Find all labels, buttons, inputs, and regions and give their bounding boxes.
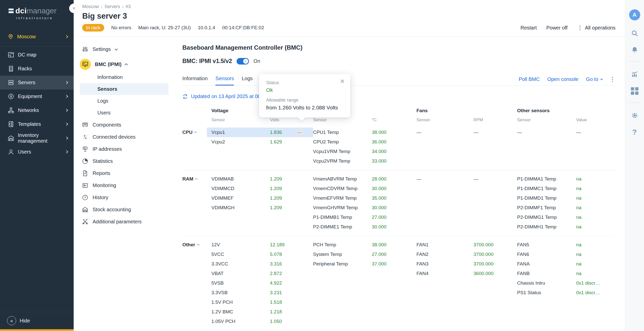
sensor-name-cell[interactable]: Vcpu2 (211, 137, 270, 147)
restart-button[interactable]: Restart (520, 25, 537, 31)
bmc-toggle[interactable]: ✓ (237, 58, 249, 65)
search-icon[interactable] (631, 29, 638, 37)
sensor-name-cell[interactable]: VDIMMAB (211, 174, 270, 184)
tab-information[interactable]: Information (182, 76, 208, 85)
location-selector[interactable]: Moscow (0, 31, 74, 42)
help-icon[interactable]: ? (631, 128, 638, 136)
sensor-name-cell[interactable]: FAN1 (416, 240, 473, 250)
sensor-name-cell[interactable]: P1-DIMMD1 Temp (517, 193, 576, 203)
tab-logs[interactable]: Logs (242, 76, 253, 85)
updated-link[interactable]: Updated on 13 April 2025 at 00:5 (182, 94, 265, 99)
settings-gear-icon[interactable] (631, 112, 638, 119)
subnav-bmc-users[interactable]: Users (74, 107, 169, 119)
avatar[interactable]: A (629, 9, 640, 20)
sensor-name-cell[interactable]: 3.3VCC (211, 259, 270, 269)
sidebar-collapse-button[interactable]: ✕ (69, 4, 79, 13)
subnav-connected-devices[interactable]: Connected devices (74, 131, 169, 143)
sensor-name-cell[interactable]: 5VSB (211, 278, 270, 288)
sensor-name-cell[interactable]: 5VCC (211, 250, 270, 259)
sensor-name-cell[interactable]: VDIMMGH (211, 203, 270, 213)
sensor-name-cell[interactable]: VmemABVRM Temp (313, 174, 372, 184)
sidebar-item-templates[interactable]: Templates (0, 117, 74, 131)
sensor-name-cell[interactable]: Vcpu1 (207, 128, 270, 137)
subnav-bmc-information[interactable]: Information (74, 71, 169, 83)
subnav-reports[interactable]: Reports (74, 167, 169, 179)
sidebar-item-inventory[interactable]: Inventory management (0, 131, 74, 145)
group-toggle-other[interactable]: Other (182, 242, 200, 248)
sensor-name-cell[interactable]: FANA (517, 259, 576, 269)
sensor-name-cell[interactable]: FAN4 (416, 269, 473, 278)
sidebar-item-servers[interactable]: Servers (0, 76, 74, 89)
subnav-statistics[interactable]: Statistics (74, 155, 169, 167)
sensor-name-cell[interactable]: 1.2V BMC (211, 307, 270, 317)
sensor-value-cell (372, 307, 402, 317)
subnav-bmc-ipmi[interactable]: BMC (IPMI) (74, 57, 169, 71)
sidebar-item-dc-map[interactable]: DC map (0, 48, 74, 62)
sensor-name-cell[interactable]: CPU1 Temp (313, 128, 372, 137)
sensor-name-cell[interactable]: VDIMMCD (211, 184, 270, 193)
notifications-bell-icon[interactable] (631, 46, 638, 54)
sensor-name-cell[interactable]: PCH Temp (313, 240, 372, 250)
breadcrumb-moscow[interactable]: Moscow (82, 4, 99, 9)
group-toggle-ram[interactable]: RAM (182, 176, 198, 182)
sidebar-item-users[interactable]: Users (0, 145, 74, 159)
close-icon[interactable]: ✕ (340, 78, 345, 84)
subnav-stock-accounting[interactable]: Stock accounting (74, 203, 169, 216)
sensor-name-cell[interactable]: FAN6 (517, 250, 576, 259)
sidebar-item-racks[interactable]: Racks (0, 62, 74, 76)
sensor-name-cell[interactable]: 12V (211, 240, 270, 250)
statistics-chart-icon[interactable] (631, 71, 638, 78)
sensor-name-cell[interactable]: P2-DIMMH1 Temp (517, 222, 576, 232)
sensor-name-cell[interactable]: Vcpu2VRM Temp (313, 156, 372, 166)
subnav-additional-parameters[interactable]: Additional parameters (74, 216, 169, 228)
sensor-name-cell[interactable]: FAN3 (416, 259, 473, 269)
sensor-name-cell[interactable]: VDIMMEF (211, 193, 270, 203)
poll-bmc-link[interactable]: Poll BMC (519, 76, 540, 82)
sidebar-item-networks[interactable]: Networks (0, 103, 74, 117)
sensor-name-cell[interactable]: VmemCDVRM Temp (313, 184, 372, 193)
sensor-name-cell[interactable]: CPU2 Temp (313, 137, 372, 147)
subnav-ip-addresses[interactable]: IP IP addresses (74, 143, 169, 155)
sensor-name-cell[interactable]: FAN5 (517, 240, 576, 250)
subnav-history[interactable]: History (74, 191, 169, 203)
open-console-link[interactable]: Open console (547, 76, 578, 82)
all-operations-button[interactable]: ⋮All operations (577, 25, 615, 31)
sensor-name-cell[interactable]: P2-DIMME1 Temp (313, 222, 372, 232)
sensor-value-cell: 30.000 (372, 203, 402, 213)
ellipsis-button[interactable]: ⋯ (295, 128, 304, 137)
tab-sensors[interactable]: Sensors (215, 76, 234, 85)
sensor-name-cell[interactable]: Chassis Intru (517, 278, 576, 288)
sensor-name-cell[interactable]: 1.5V PCH (211, 297, 270, 307)
power-off-button[interactable]: Power off (546, 25, 568, 31)
sensor-name-cell[interactable]: P1-DIMMC1 Temp (517, 184, 576, 193)
sensor-name-cell[interactable]: FAN2 (416, 250, 473, 259)
sensor-name-cell[interactable]: VmemGHVRM Temp (313, 203, 372, 213)
sensor-name-cell[interactable]: P2-DIMMF1 Temp (517, 203, 576, 213)
subnav-bmc-sensors[interactable]: Sensors (80, 83, 169, 95)
chevron-right-icon (65, 150, 68, 154)
sensor-name-cell[interactable]: System Temp (313, 250, 372, 259)
goto-dropdown[interactable]: Go to (586, 76, 602, 82)
panel-kebab-button[interactable]: ⋮ (610, 76, 615, 82)
dashboard-grid-icon[interactable] (631, 87, 638, 95)
sensor-name-cell[interactable]: Vcpu1VRM Temp (313, 147, 372, 156)
sensor-name-cell[interactable]: P1-DIMMA1 Temp (517, 174, 576, 184)
hide-sidebar-button[interactable]: « Hide (0, 312, 74, 329)
sensor-name-cell[interactable]: P1-DIMMB1 Temp (313, 213, 372, 222)
sensor-name-cell[interactable]: PS1 Status (517, 288, 576, 297)
subnav-settings[interactable]: Settings (74, 43, 169, 55)
sensor-name-cell[interactable]: Peripheral Temp (313, 259, 372, 269)
sensor-name-cell[interactable]: VmemEFVRM Temp (313, 193, 372, 203)
subnav-bmc-logs[interactable]: Logs (74, 95, 169, 107)
table-row: 5VCC5.078System Temp27.000FAN23700.000FA… (182, 250, 615, 259)
sensor-name-cell[interactable]: FANB (517, 269, 576, 278)
subnav-components[interactable]: Components (74, 119, 169, 131)
group-toggle-cpu[interactable]: CPU (182, 130, 197, 135)
sensor-name-cell[interactable]: 1.05V PCH (211, 317, 270, 326)
sidebar-item-equipment[interactable]: Equipment (0, 89, 74, 103)
breadcrumb-servers[interactable]: Servers (104, 4, 120, 9)
sensor-name-cell[interactable]: VBAT (211, 269, 270, 278)
sensor-name-cell[interactable]: 3.3VSB (211, 288, 270, 297)
sensor-name-cell[interactable]: P2-DIMMG1 Temp (517, 213, 576, 222)
subnav-monitoring[interactable]: Monitoring (74, 179, 169, 191)
